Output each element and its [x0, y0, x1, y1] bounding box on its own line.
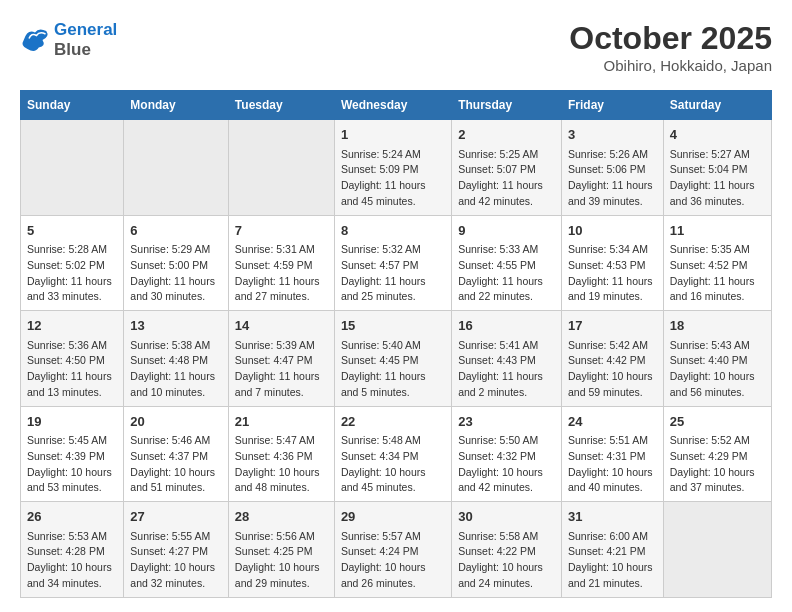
page-header: General Blue October 2025 Obihiro, Hokka…: [20, 20, 772, 74]
weekday-header-tuesday: Tuesday: [228, 91, 334, 120]
calendar-cell: 11Sunrise: 5:35 AMSunset: 4:52 PMDayligh…: [663, 215, 771, 311]
day-info: Sunrise: 5:33 AMSunset: 4:55 PMDaylight:…: [458, 242, 555, 305]
day-info: Sunrise: 5:45 AMSunset: 4:39 PMDaylight:…: [27, 433, 117, 496]
calendar-cell: 8Sunrise: 5:32 AMSunset: 4:57 PMDaylight…: [334, 215, 451, 311]
calendar-cell: 1Sunrise: 5:24 AMSunset: 5:09 PMDaylight…: [334, 120, 451, 216]
day-info: Sunrise: 5:41 AMSunset: 4:43 PMDaylight:…: [458, 338, 555, 401]
week-row-2: 5Sunrise: 5:28 AMSunset: 5:02 PMDaylight…: [21, 215, 772, 311]
calendar-cell: 17Sunrise: 5:42 AMSunset: 4:42 PMDayligh…: [561, 311, 663, 407]
day-number: 4: [670, 125, 765, 145]
calendar-table: SundayMondayTuesdayWednesdayThursdayFrid…: [20, 90, 772, 598]
day-info: Sunrise: 5:55 AMSunset: 4:27 PMDaylight:…: [130, 529, 222, 592]
day-number: 29: [341, 507, 445, 527]
day-info: Sunrise: 5:32 AMSunset: 4:57 PMDaylight:…: [341, 242, 445, 305]
day-number: 28: [235, 507, 328, 527]
calendar-cell: 27Sunrise: 5:55 AMSunset: 4:27 PMDayligh…: [124, 502, 229, 598]
calendar-cell: 24Sunrise: 5:51 AMSunset: 4:31 PMDayligh…: [561, 406, 663, 502]
calendar-cell: [663, 502, 771, 598]
weekday-header-sunday: Sunday: [21, 91, 124, 120]
day-number: 25: [670, 412, 765, 432]
weekday-header-friday: Friday: [561, 91, 663, 120]
day-number: 14: [235, 316, 328, 336]
calendar-cell: 15Sunrise: 5:40 AMSunset: 4:45 PMDayligh…: [334, 311, 451, 407]
day-info: Sunrise: 5:29 AMSunset: 5:00 PMDaylight:…: [130, 242, 222, 305]
calendar-cell: 6Sunrise: 5:29 AMSunset: 5:00 PMDaylight…: [124, 215, 229, 311]
calendar-cell: [124, 120, 229, 216]
day-info: Sunrise: 5:52 AMSunset: 4:29 PMDaylight:…: [670, 433, 765, 496]
day-number: 9: [458, 221, 555, 241]
week-row-4: 19Sunrise: 5:45 AMSunset: 4:39 PMDayligh…: [21, 406, 772, 502]
week-row-1: 1Sunrise: 5:24 AMSunset: 5:09 PMDaylight…: [21, 120, 772, 216]
day-number: 20: [130, 412, 222, 432]
weekday-header-monday: Monday: [124, 91, 229, 120]
day-number: 13: [130, 316, 222, 336]
day-number: 1: [341, 125, 445, 145]
day-number: 6: [130, 221, 222, 241]
day-number: 26: [27, 507, 117, 527]
day-number: 30: [458, 507, 555, 527]
day-number: 3: [568, 125, 657, 145]
logo-text: General Blue: [54, 20, 117, 61]
day-info: Sunrise: 5:25 AMSunset: 5:07 PMDaylight:…: [458, 147, 555, 210]
calendar-cell: 12Sunrise: 5:36 AMSunset: 4:50 PMDayligh…: [21, 311, 124, 407]
day-info: Sunrise: 5:24 AMSunset: 5:09 PMDaylight:…: [341, 147, 445, 210]
calendar-cell: 4Sunrise: 5:27 AMSunset: 5:04 PMDaylight…: [663, 120, 771, 216]
weekday-header-thursday: Thursday: [452, 91, 562, 120]
calendar-cell: 10Sunrise: 5:34 AMSunset: 4:53 PMDayligh…: [561, 215, 663, 311]
day-number: 24: [568, 412, 657, 432]
calendar-cell: 14Sunrise: 5:39 AMSunset: 4:47 PMDayligh…: [228, 311, 334, 407]
calendar-cell: 19Sunrise: 5:45 AMSunset: 4:39 PMDayligh…: [21, 406, 124, 502]
day-info: Sunrise: 5:51 AMSunset: 4:31 PMDaylight:…: [568, 433, 657, 496]
day-info: Sunrise: 5:36 AMSunset: 4:50 PMDaylight:…: [27, 338, 117, 401]
day-number: 15: [341, 316, 445, 336]
calendar-cell: 29Sunrise: 5:57 AMSunset: 4:24 PMDayligh…: [334, 502, 451, 598]
calendar-cell: 20Sunrise: 5:46 AMSunset: 4:37 PMDayligh…: [124, 406, 229, 502]
day-info: Sunrise: 5:50 AMSunset: 4:32 PMDaylight:…: [458, 433, 555, 496]
week-row-3: 12Sunrise: 5:36 AMSunset: 4:50 PMDayligh…: [21, 311, 772, 407]
day-info: Sunrise: 5:31 AMSunset: 4:59 PMDaylight:…: [235, 242, 328, 305]
weekday-header-wednesday: Wednesday: [334, 91, 451, 120]
day-info: Sunrise: 5:40 AMSunset: 4:45 PMDaylight:…: [341, 338, 445, 401]
calendar-cell: 26Sunrise: 5:53 AMSunset: 4:28 PMDayligh…: [21, 502, 124, 598]
day-info: Sunrise: 5:58 AMSunset: 4:22 PMDaylight:…: [458, 529, 555, 592]
calendar-cell: 16Sunrise: 5:41 AMSunset: 4:43 PMDayligh…: [452, 311, 562, 407]
logo-icon: [20, 25, 50, 55]
location-subtitle: Obihiro, Hokkaido, Japan: [569, 57, 772, 74]
day-info: Sunrise: 5:38 AMSunset: 4:48 PMDaylight:…: [130, 338, 222, 401]
day-info: Sunrise: 5:43 AMSunset: 4:40 PMDaylight:…: [670, 338, 765, 401]
calendar-cell: 18Sunrise: 5:43 AMSunset: 4:40 PMDayligh…: [663, 311, 771, 407]
calendar-cell: 5Sunrise: 5:28 AMSunset: 5:02 PMDaylight…: [21, 215, 124, 311]
calendar-cell: 28Sunrise: 5:56 AMSunset: 4:25 PMDayligh…: [228, 502, 334, 598]
day-info: Sunrise: 5:27 AMSunset: 5:04 PMDaylight:…: [670, 147, 765, 210]
day-number: 17: [568, 316, 657, 336]
calendar-cell: [228, 120, 334, 216]
day-number: 11: [670, 221, 765, 241]
calendar-cell: 21Sunrise: 5:47 AMSunset: 4:36 PMDayligh…: [228, 406, 334, 502]
day-number: 2: [458, 125, 555, 145]
day-info: Sunrise: 5:26 AMSunset: 5:06 PMDaylight:…: [568, 147, 657, 210]
calendar-cell: 30Sunrise: 5:58 AMSunset: 4:22 PMDayligh…: [452, 502, 562, 598]
month-title: October 2025: [569, 20, 772, 57]
day-info: Sunrise: 5:56 AMSunset: 4:25 PMDaylight:…: [235, 529, 328, 592]
day-info: Sunrise: 5:46 AMSunset: 4:37 PMDaylight:…: [130, 433, 222, 496]
week-row-5: 26Sunrise: 5:53 AMSunset: 4:28 PMDayligh…: [21, 502, 772, 598]
calendar-cell: 9Sunrise: 5:33 AMSunset: 4:55 PMDaylight…: [452, 215, 562, 311]
day-number: 22: [341, 412, 445, 432]
day-number: 23: [458, 412, 555, 432]
day-number: 7: [235, 221, 328, 241]
day-number: 16: [458, 316, 555, 336]
calendar-cell: 13Sunrise: 5:38 AMSunset: 4:48 PMDayligh…: [124, 311, 229, 407]
calendar-cell: 31Sunrise: 6:00 AMSunset: 4:21 PMDayligh…: [561, 502, 663, 598]
calendar-cell: 22Sunrise: 5:48 AMSunset: 4:34 PMDayligh…: [334, 406, 451, 502]
day-info: Sunrise: 5:34 AMSunset: 4:53 PMDaylight:…: [568, 242, 657, 305]
day-info: Sunrise: 5:47 AMSunset: 4:36 PMDaylight:…: [235, 433, 328, 496]
day-info: Sunrise: 6:00 AMSunset: 4:21 PMDaylight:…: [568, 529, 657, 592]
day-number: 21: [235, 412, 328, 432]
calendar-cell: 7Sunrise: 5:31 AMSunset: 4:59 PMDaylight…: [228, 215, 334, 311]
day-number: 12: [27, 316, 117, 336]
day-number: 8: [341, 221, 445, 241]
day-info: Sunrise: 5:42 AMSunset: 4:42 PMDaylight:…: [568, 338, 657, 401]
weekday-header-row: SundayMondayTuesdayWednesdayThursdayFrid…: [21, 91, 772, 120]
calendar-cell: 23Sunrise: 5:50 AMSunset: 4:32 PMDayligh…: [452, 406, 562, 502]
weekday-header-saturday: Saturday: [663, 91, 771, 120]
